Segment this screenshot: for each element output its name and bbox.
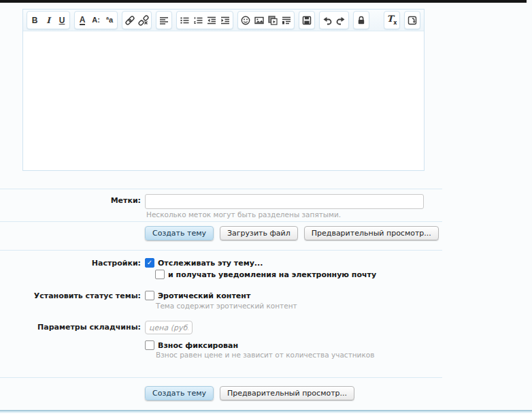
insert-image-icon [254,15,265,26]
check-icon: ✓ [147,259,152,266]
unlink-icon [138,15,149,26]
toolbar-group-mode [404,11,420,29]
insert-media-icon [267,15,278,26]
underline-button[interactable]: U [55,12,69,28]
email-notify-label[interactable]: и получать уведомления на электронную по… [168,270,376,279]
outdent-icon [206,15,217,26]
outdent-button[interactable] [205,12,218,28]
toolbar-group-text-style: B I U [27,11,70,29]
divider [0,250,442,251]
new-thread-form-page: B I U A A: ªa [0,0,532,414]
rich-text-editor: B I U A A: ªa [22,9,425,171]
toolbar-group-font: A A: ªa [74,11,118,29]
save-draft-button[interactable] [300,12,314,28]
toggle-editor-mode-button[interactable] [405,12,419,28]
email-notify-row[interactable]: ✓ и получать уведомления на электронную … [155,270,376,279]
font-family-button[interactable]: ªa [103,12,116,28]
window-top-edge [0,0,527,3]
fixed-fee-row[interactable]: ✓ Взнос фиксирован [145,340,238,350]
font-size-icon: A: [92,16,100,24]
lock-thread-button[interactable] [354,12,368,28]
insert-quote-button[interactable] [280,12,293,28]
remove-formatting-icon: Tx [387,14,397,26]
lock-icon [356,15,367,26]
font-size-button[interactable]: A: [89,12,103,28]
params-label: Параметры складчины: [0,323,141,332]
italic-button[interactable]: I [41,12,55,28]
preview-button-bottom[interactable]: Предварительный просмотр... [220,386,354,400]
toolbar-group-alignment [156,11,172,29]
fixed-fee-checkbox[interactable]: ✓ [145,340,154,350]
smilies-button[interactable] [239,12,252,28]
bold-button[interactable]: B [28,12,41,28]
toolbar-group-insert [237,11,295,29]
text-color-icon: A [80,16,86,25]
smilies-icon [240,15,251,26]
erotic-content-row[interactable]: ✓ Эротический контент [145,291,250,300]
font-family-icon: ªa [106,16,113,24]
ordered-list-button[interactable] [191,12,205,28]
align-button[interactable] [157,12,171,28]
tags-label: Метки: [0,196,141,205]
bottom-divider-bar-light [0,411,532,413]
preview-button[interactable]: Предварительный просмотр... [304,226,439,240]
insert-link-icon [124,15,135,26]
fixed-fee-label[interactable]: Взнос фиксирован [158,341,238,350]
align-icon [159,15,169,26]
create-topic-button[interactable]: Создать тему [145,226,214,240]
redo-button[interactable] [334,12,348,28]
divider [0,377,442,378]
tags-input[interactable] [145,194,424,209]
create-topic-button-bottom[interactable]: Создать тему [145,386,214,400]
toolbar-group-history [319,11,349,29]
watch-topic-row[interactable]: ✓ Отслеживать эту тему... [145,258,263,268]
erotic-content-label[interactable]: Эротический контент [158,291,250,300]
unordered-list-button[interactable] [178,12,191,28]
toolbar-group-draft [299,11,315,29]
ordered-list-icon [193,15,203,26]
underline-icon: U [59,16,65,25]
redo-icon [335,15,346,26]
toolbar-group-format: Tx [384,11,400,29]
upload-file-button[interactable]: Загрузить файл [220,226,298,240]
insert-quote-icon [281,15,292,26]
watch-topic-label[interactable]: Отслеживать эту тему... [158,259,263,268]
price-input[interactable] [145,321,193,334]
editor-toolbar: B I U A A: ªa [23,10,424,31]
email-notify-checkbox[interactable]: ✓ [155,270,165,279]
italic-icon: I [46,16,50,25]
toolbar-group-moderation [353,11,369,29]
erotic-content-hint: Тема содержит эротический контент [156,302,297,310]
insert-link-button[interactable] [123,12,137,28]
divider [0,221,442,222]
bold-icon: B [32,16,38,25]
fixed-fee-hint: Взнос равен цене и не зависит от количес… [156,351,374,359]
indent-icon [220,15,231,26]
tags-hint: Несколько меток могут быть разделены зап… [146,210,341,219]
unordered-list-icon [179,15,190,26]
toggle-editor-mode-icon [407,15,418,26]
insert-image-button[interactable] [252,12,266,28]
undo-button[interactable] [320,12,334,28]
divider [0,189,442,189]
toolbar-group-links [122,11,152,29]
undo-icon [322,15,333,26]
unlink-button[interactable] [137,12,150,28]
erotic-content-checkbox[interactable]: ✓ [145,291,154,300]
watch-topic-checkbox[interactable]: ✓ [145,258,154,268]
editor-body[interactable] [23,31,424,170]
save-draft-icon [301,15,312,26]
indent-button[interactable] [218,12,232,28]
insert-media-button[interactable] [266,12,280,28]
toolbar-group-lists [176,11,233,29]
remove-formatting-button[interactable]: Tx [385,12,399,28]
settings-label: Настройки: [0,259,141,268]
text-color-button[interactable]: A [76,12,89,28]
topic-status-label: Установить статус темы: [0,291,141,300]
